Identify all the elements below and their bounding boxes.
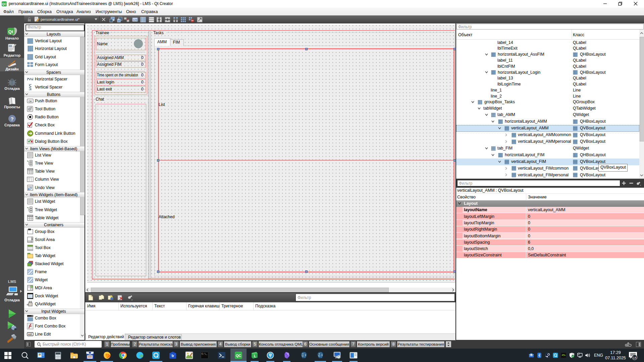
svg-text:123: 123: [133, 18, 137, 21]
svg-text:QC: QC: [236, 354, 241, 358]
svg-text:C:\_: C:\_: [202, 353, 208, 355]
svg-text:14: 14: [633, 356, 636, 359]
svg-text:Qt: Qt: [8, 29, 13, 34]
svg-text:L: L: [254, 354, 256, 358]
svg-text:OK: OK: [29, 100, 32, 103]
svg-text:b: b: [172, 354, 174, 358]
svg-text:QC: QC: [2, 2, 7, 6]
svg-text:?: ?: [10, 116, 13, 122]
svg-text:17: 17: [530, 354, 532, 356]
svg-text:AB: AB: [28, 333, 31, 336]
